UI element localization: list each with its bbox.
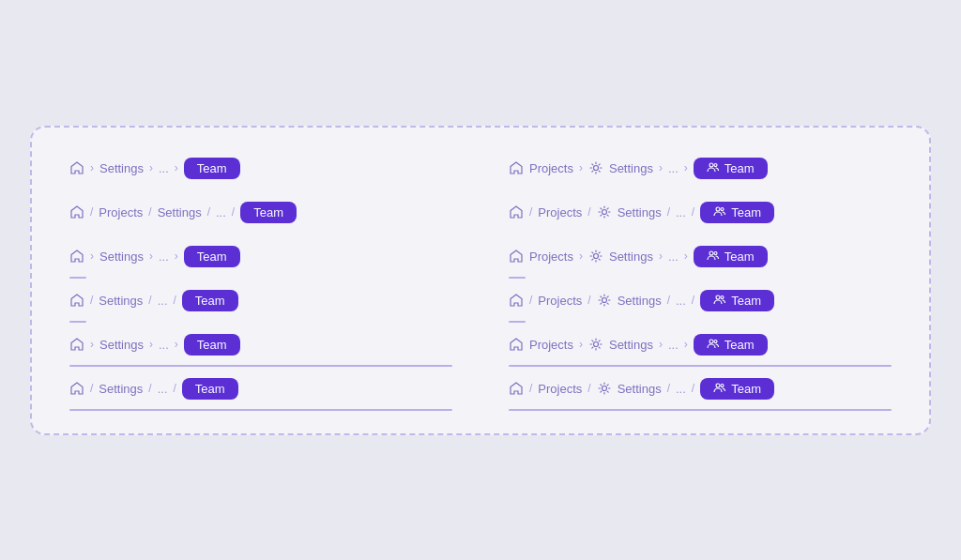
settings-gear-icon <box>597 204 612 219</box>
sep-3: › <box>175 250 178 263</box>
svg-point-3 <box>602 210 606 215</box>
team-badge[interactable]: Team <box>184 246 240 267</box>
home-icon <box>509 160 524 175</box>
team-badge[interactable]: Team <box>184 334 240 356</box>
ellipsis-label: ... <box>668 161 679 175</box>
team-badge[interactable]: Team <box>694 246 768 267</box>
sep-slash: / <box>148 294 151 307</box>
sep-slash: / <box>587 382 590 395</box>
settings-gear-icon <box>588 337 603 352</box>
settings-label: Settings <box>99 250 144 264</box>
settings-label: Settings <box>618 205 662 219</box>
breadcrumb-row-2-right: / Projects / Settings / ... / Team <box>509 202 892 227</box>
team-badge[interactable]: Team <box>700 378 774 400</box>
sep-slash: / <box>692 205 694 219</box>
breadcrumb-row-4-left: / Settings / ... / Team <box>69 290 452 315</box>
breadcrumb-row-5-left: › Settings › ... › Team <box>69 334 452 359</box>
home-icon <box>69 337 84 352</box>
svg-point-10 <box>716 295 720 299</box>
ellipsis-label: ... <box>676 294 686 308</box>
team-badge[interactable]: Team <box>182 290 238 311</box>
projects-label: Projects <box>529 250 573 264</box>
sep-slash: / <box>232 205 235 219</box>
main-container: › Settings › ... › Team Projects › Setti… <box>30 126 931 435</box>
sep-1: › <box>579 338 583 351</box>
svg-point-11 <box>721 296 724 299</box>
projects-label: Projects <box>529 338 573 352</box>
projects-label: Projects <box>538 382 582 396</box>
sep-slash: / <box>90 205 93 219</box>
breadcrumb-row-6-right: / Projects / Settings / ... / Team <box>509 378 892 403</box>
home-icon <box>509 381 524 396</box>
svg-point-14 <box>714 341 717 343</box>
settings-label: Settings <box>99 338 144 352</box>
sep-slash: / <box>529 382 532 395</box>
breadcrumb-row-1-right: Projects › Settings › ... › Team <box>509 158 892 183</box>
svg-point-12 <box>593 342 598 347</box>
home-icon <box>69 204 84 219</box>
svg-point-4 <box>716 207 720 211</box>
svg-point-13 <box>709 340 713 343</box>
svg-point-8 <box>714 252 717 255</box>
sep-3: › <box>175 338 178 351</box>
settings-label: Settings <box>609 250 653 264</box>
settings-label: Settings <box>618 382 662 396</box>
sep-1: › <box>90 338 94 351</box>
settings-label: Settings <box>609 338 653 352</box>
sep-slash: / <box>587 294 590 307</box>
sep-1: › <box>579 161 583 174</box>
team-badge[interactable]: Team <box>694 158 768 179</box>
sep-2: › <box>659 250 663 263</box>
sep-slash: / <box>692 294 694 307</box>
home-icon <box>509 204 524 219</box>
svg-point-7 <box>709 251 713 255</box>
sep-slash: / <box>667 382 670 395</box>
svg-point-6 <box>593 254 598 259</box>
sep-slash: / <box>529 294 532 307</box>
projects-label: Projects <box>99 205 143 219</box>
settings-label: Settings <box>609 161 653 175</box>
svg-point-9 <box>602 298 606 303</box>
sep-slash: / <box>90 294 93 307</box>
svg-point-17 <box>721 385 724 387</box>
svg-point-15 <box>602 386 606 391</box>
ellipsis-label: ... <box>668 250 679 264</box>
team-badge[interactable]: Team <box>700 290 774 311</box>
team-badge[interactable]: Team <box>694 334 768 356</box>
settings-gear-icon <box>597 381 612 396</box>
team-badge[interactable]: Team <box>182 378 238 400</box>
sep-slash: / <box>174 294 176 307</box>
breadcrumb-row-3-left: › Settings › ... › Team <box>69 246 452 271</box>
home-icon <box>69 160 84 175</box>
settings-gear-icon <box>597 293 612 308</box>
ellipsis-label: ... <box>158 294 168 308</box>
settings-label: Settings <box>99 161 144 175</box>
home-icon <box>69 293 84 308</box>
team-badge[interactable]: Team <box>184 158 240 179</box>
ellipsis-label: ... <box>158 382 168 396</box>
sep-slash: / <box>148 382 151 395</box>
team-icon <box>713 205 726 219</box>
home-icon <box>69 381 84 396</box>
ellipsis-label: ... <box>676 205 686 219</box>
ellipsis-label: ... <box>159 250 169 264</box>
breadcrumb-row-5-right: Projects › Settings › ... › Team <box>509 334 892 359</box>
sep-slash: / <box>207 205 210 219</box>
team-badge[interactable]: Team <box>240 202 297 223</box>
breadcrumb-row-3-right: Projects › Settings › ... › Team <box>509 246 892 271</box>
settings-label: Settings <box>158 205 202 219</box>
sep-2: › <box>659 338 663 351</box>
svg-point-2 <box>714 164 717 167</box>
sep-1: › <box>90 250 94 263</box>
team-badge[interactable]: Team <box>700 202 774 223</box>
team-icon <box>707 161 720 174</box>
ellipsis-label: ... <box>159 161 169 175</box>
breadcrumb-row-4-right: / Projects / Settings / ... / Team <box>509 290 892 315</box>
settings-label: Settings <box>618 294 662 308</box>
home-icon <box>509 337 524 352</box>
settings-gear-icon <box>588 249 603 264</box>
svg-point-16 <box>716 384 720 387</box>
sep-3: › <box>684 338 688 351</box>
projects-label: Projects <box>538 294 582 308</box>
sep-2: › <box>149 250 153 263</box>
